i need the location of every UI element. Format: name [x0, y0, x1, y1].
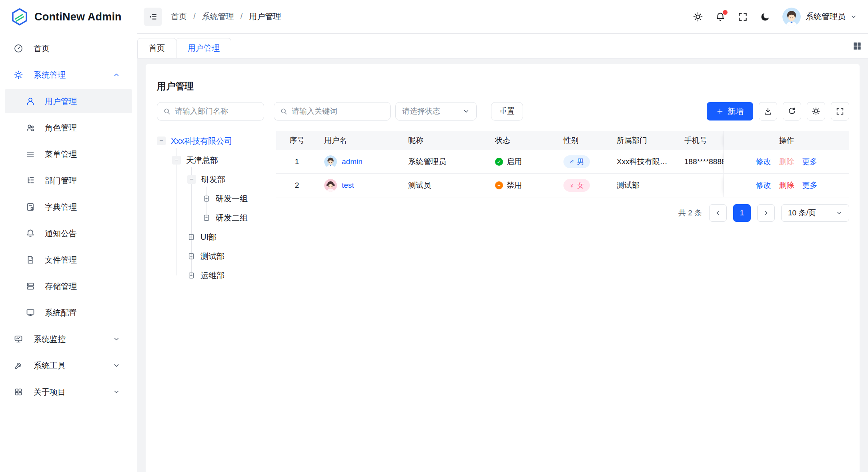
sidebar-group-system[interactable]: 系统管理 [0, 62, 137, 88]
sidebar-group-label: 系统监控 [34, 334, 66, 345]
sidebar-item-label: 字典管理 [45, 202, 77, 213]
sidebar-item-home[interactable]: 首页 [0, 35, 137, 62]
tree-node-company[interactable]: − Xxx科技有限公司 [157, 131, 276, 151]
delete-link[interactable]: 删除 [779, 180, 794, 191]
keyword-search-input[interactable] [292, 107, 385, 116]
column-settings-button[interactable] [807, 102, 825, 121]
column-header-gender: 性别 [557, 131, 610, 150]
tree-node-ops[interactable]: 运维部 [187, 266, 276, 285]
male-symbol: ♂ [569, 158, 575, 166]
sidebar-item-files[interactable]: 文件管理 [0, 247, 137, 273]
tree-node-rd2[interactable]: 研发二组 [202, 208, 276, 227]
sidebar-item-roles[interactable]: 角色管理 [0, 114, 137, 141]
collapse-minus-icon[interactable]: − [157, 137, 166, 145]
cell-username: test [318, 174, 402, 197]
more-link[interactable]: 更多 [802, 180, 818, 191]
next-page-button[interactable] [757, 204, 775, 222]
table-fullscreen-button[interactable] [831, 102, 849, 121]
total-count: 共 2 条 [678, 208, 702, 218]
sidebar-group-tools[interactable]: 系统工具 [0, 352, 137, 379]
bell-icon [26, 229, 35, 238]
table-header-row: 序号 用户名 昵称 状态 性别 所属部门 手机号 操作 [276, 131, 849, 150]
cell-actions: 修改 删除 更多 [724, 150, 849, 173]
reset-button[interactable]: 重置 [491, 102, 523, 121]
sidebar-item-users[interactable]: 用户管理 [0, 88, 137, 114]
breadcrumb-home[interactable]: 首页 [171, 11, 187, 22]
edit-link[interactable]: 修改 [756, 157, 771, 167]
cell-username: admin [318, 150, 402, 173]
top-header: 首页 / 系统管理 / 用户管理 系统管理员 [137, 0, 868, 34]
notification-badge [723, 10, 728, 15]
app-window: ContiNew Admin 首页 系统管理 用户管理 角色管理 [0, 0, 868, 472]
cell-status: − 禁用 [489, 174, 557, 197]
main-area: 首页 / 系统管理 / 用户管理 系统管理员 [137, 0, 868, 472]
collapse-sidebar-button[interactable] [144, 8, 162, 26]
chevron-down-icon [113, 362, 120, 369]
tab-bar: 首页 用户管理 [137, 34, 868, 58]
dept-text: Xxx科技有限公司 [617, 157, 672, 167]
sidebar-item-notices[interactable]: 通知公告 [0, 220, 137, 247]
add-button-label: 新增 [728, 106, 744, 117]
prev-page-button[interactable] [709, 204, 727, 222]
username-link[interactable]: test [342, 181, 354, 190]
cell-nickname: 测试员 [402, 174, 489, 197]
plus-icon [716, 108, 724, 115]
sidebar-menu: 首页 系统管理 用户管理 角色管理 菜单管理 部门管理 [0, 34, 137, 405]
sidebar-item-menus[interactable]: 菜单管理 [0, 141, 137, 167]
tree-node-rd[interactable]: − 研发部 [187, 170, 276, 189]
dept-search-input[interactable] [175, 107, 258, 116]
tab-home[interactable]: 首页 [137, 38, 176, 58]
header-actions: 系统管理员 [693, 8, 857, 26]
gear-icon [14, 70, 23, 80]
tab-actions-grid-icon[interactable] [852, 41, 862, 51]
export-button[interactable] [759, 102, 777, 121]
notifications-button[interactable] [715, 12, 726, 22]
breadcrumb: 首页 / 系统管理 / 用户管理 [171, 11, 281, 22]
sidebar-item-departments[interactable]: 部门管理 [0, 167, 137, 194]
add-button[interactable]: 新增 [707, 102, 753, 121]
sidebar-item-label: 角色管理 [45, 123, 77, 133]
status-select[interactable]: 请选择状态 [395, 102, 477, 121]
breadcrumb-system[interactable]: 系统管理 [202, 11, 234, 22]
document-icon [202, 195, 210, 203]
tree-node-hq[interactable]: − 天津总部 [172, 151, 276, 170]
cell-actions: 修改 删除 更多 [724, 174, 849, 197]
department-tree: − Xxx科技有限公司 − 天津总部 − 研发部 [157, 131, 276, 285]
brand-name: ContiNew Admin [34, 11, 122, 23]
sidebar-item-config[interactable]: 系统配置 [0, 299, 137, 326]
gender-label: 女 [577, 181, 584, 190]
sidebar-item-label: 通知公告 [45, 228, 77, 239]
status-select-placeholder: 请选择状态 [402, 106, 440, 116]
edit-link[interactable]: 修改 [756, 180, 771, 191]
collapse-minus-icon[interactable]: − [172, 156, 181, 165]
collapse-minus-icon[interactable]: − [187, 175, 196, 184]
sidebar-item-dictionary[interactable]: 字典管理 [0, 194, 137, 220]
tree-node-test[interactable]: 测试部 [187, 247, 276, 266]
dark-mode-toggle[interactable] [760, 12, 770, 22]
column-header-seq: 序号 [276, 131, 318, 150]
page-number-button[interactable]: 1 [733, 204, 751, 222]
sidebar-item-label: 首页 [34, 43, 50, 54]
settings-button[interactable] [693, 12, 703, 22]
tree-node-rd1[interactable]: 研发一组 [202, 189, 276, 208]
brand[interactable]: ContiNew Admin [0, 0, 137, 34]
brand-logo-icon [10, 8, 29, 26]
refresh-button[interactable] [783, 102, 801, 121]
username-link[interactable]: admin [342, 157, 363, 166]
tab-user-management[interactable]: 用户管理 [176, 38, 231, 58]
user-menu[interactable]: 系统管理员 [782, 8, 857, 26]
search-icon [280, 107, 288, 115]
fullscreen-button[interactable] [738, 12, 748, 22]
delete-link: 删除 [779, 157, 794, 167]
tree-node-label: 测试部 [200, 251, 225, 262]
sidebar-group-monitoring[interactable]: 系统监控 [0, 326, 137, 352]
chevron-right-icon [763, 210, 769, 216]
cell-phone [678, 174, 724, 197]
more-link[interactable]: 更多 [802, 157, 818, 167]
keyword-search-field [274, 102, 391, 121]
sidebar-item-label: 系统配置 [45, 307, 77, 318]
tree-node-ui[interactable]: UI部 [187, 227, 276, 247]
sidebar-group-about[interactable]: 关于项目 [0, 379, 137, 405]
sidebar-item-storage[interactable]: 存储管理 [0, 273, 137, 299]
page-size-select[interactable]: 10 条/页 [781, 204, 849, 222]
